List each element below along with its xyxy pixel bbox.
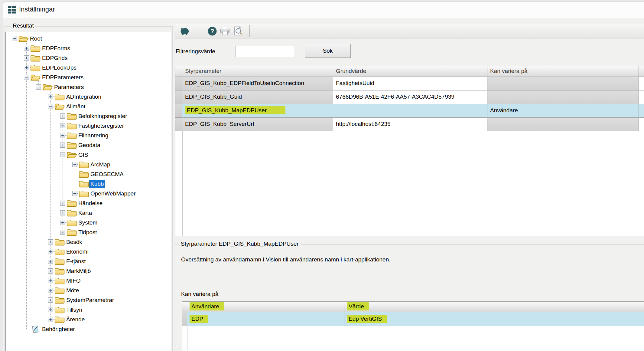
tree-item-befolkningsregister[interactable]: Befolkningsregister	[6, 111, 171, 121]
tree-expander-plus-icon[interactable]	[48, 307, 53, 312]
grid-row-edpfieldtouseinconnection[interactable]: EDP_GIS_Kubb_EDPFieldToUseInConnection F…	[175, 77, 644, 90]
column-header-varde[interactable]: Värde	[344, 302, 644, 312]
tree-item-label[interactable]: EDPGrids	[42, 54, 67, 62]
tree-expander-plus-icon[interactable]	[60, 210, 65, 215]
cell-varde[interactable]: Edp VertiGIS	[344, 312, 644, 326]
tree-item-label[interactable]: EDPParameters	[42, 74, 83, 81]
tree-expander-plus-icon[interactable]	[60, 123, 65, 128]
tree-item-mifo[interactable]: MIFO	[6, 276, 171, 286]
tree-expander-minus-icon[interactable]	[24, 75, 29, 80]
cell-grundvarde[interactable]	[333, 104, 487, 117]
tree-item-label[interactable]: Fastighetsregister	[78, 122, 124, 130]
tree-expander-plus-icon[interactable]	[60, 230, 65, 235]
tree-item-label[interactable]: E-tjänst	[66, 258, 86, 265]
tree-expander-plus-icon[interactable]	[60, 143, 65, 148]
tree-item-parameters[interactable]: Parameters	[6, 82, 171, 92]
settings-tree[interactable]: RootEDPFormsEDPGridsEDPLookUpsEDPParamet…	[5, 32, 171, 351]
tree-item-edplookups[interactable]: EDPLookUps	[6, 63, 171, 73]
tree-item-openwebmapper[interactable]: OpenWebMapper	[6, 189, 171, 198]
tree-item-tidpost[interactable]: Tidpost	[6, 228, 171, 237]
cell-kan-variera-pa[interactable]	[487, 90, 639, 104]
column-header-kan-variera-pa[interactable]: Kan variera på	[487, 66, 639, 77]
save-piggybank-icon[interactable]	[179, 26, 190, 37]
tree-item-behörigheter[interactable]: Behörigheter	[6, 324, 171, 334]
cell-styrparameter[interactable]: EDP_GIS_Kubb_EDPFieldToUseInConnection	[182, 77, 333, 90]
tree-expander-minus-icon[interactable]	[12, 36, 17, 41]
cell-styrparameter[interactable]: EDP_GIS_Kubb_Guid	[182, 90, 333, 104]
tree-item-label[interactable]: MIFO	[66, 277, 81, 285]
tree-expander-minus-icon[interactable]	[48, 104, 53, 109]
cell-styrparameter[interactable]: EDP_GIS_Kubb_MapEDPUser	[182, 104, 333, 117]
grid-row-guid[interactable]: EDP_GIS_Kubb_Guid 6766D96B-A51E-42F6-AA5…	[175, 90, 644, 104]
tree-item-filhantering[interactable]: Filhantering	[6, 131, 171, 140]
tree-item-label[interactable]: Möte	[66, 287, 79, 294]
tree-item-ärende[interactable]: Ärende	[6, 315, 171, 324]
variation-row-edp[interactable]: EDP Edp VertiGIS	[182, 312, 644, 326]
tree-item-label[interactable]: Ekonomi	[66, 248, 89, 256]
tree-item-label[interactable]: ArcMap	[90, 161, 110, 169]
tree-expander-plus-icon[interactable]	[48, 297, 53, 303]
tree-item-label[interactable]: Ärende	[66, 316, 85, 323]
tree-item-root[interactable]: Root	[6, 34, 171, 44]
tree-expander-plus-icon[interactable]	[48, 317, 53, 322]
tree-item-label[interactable]: Händelse	[78, 199, 102, 207]
tree-expander-plus-icon[interactable]	[60, 201, 65, 206]
tree-expander-minus-icon[interactable]	[36, 84, 41, 90]
cell-kan-variera-pa[interactable]	[487, 77, 639, 90]
tree-item-label[interactable]: Behörigheter	[42, 325, 75, 333]
tree-item-label[interactable]: MarkMiljö	[66, 267, 91, 275]
tree-item-geosecma[interactable]: GEOSECMA	[6, 169, 171, 179]
grid-row-serverurl[interactable]: EDP_GIS_Kubb_ServerUrl http://localhost:…	[175, 118, 644, 131]
tree-expander-plus-icon[interactable]	[48, 278, 53, 283]
tree-item-label[interactable]: Allmänt	[66, 103, 85, 110]
cell-grundvarde[interactable]: FastighetsUuid	[333, 77, 487, 90]
row-selector[interactable]	[182, 312, 187, 326]
column-header-anvandare[interactable]: Användare	[187, 302, 344, 312]
tree-expander-plus-icon[interactable]	[48, 288, 53, 293]
tree-item-tillsyn[interactable]: Tillsyn	[6, 305, 171, 315]
tree-expander-plus-icon[interactable]	[72, 191, 77, 196]
tree-item-e-tjänst[interactable]: E-tjänst	[6, 257, 171, 266]
column-header-grundvarde[interactable]: Grundvärde	[333, 66, 487, 77]
tree-item-händelse[interactable]: Händelse	[6, 198, 171, 208]
cell-anvandare[interactable]: EDP	[187, 312, 344, 326]
tree-item-gis[interactable]: GIS	[6, 150, 171, 160]
tree-item-label[interactable]: Tillsyn	[66, 306, 82, 314]
tree-item-karta[interactable]: Karta	[6, 208, 171, 218]
tree-item-edpparameters[interactable]: EDPParameters	[6, 73, 171, 82]
tree-expander-minus-icon[interactable]	[60, 152, 65, 157]
tree-expander-plus-icon[interactable]	[60, 220, 65, 225]
row-selector[interactable]	[175, 90, 182, 104]
cell-kan-variera-pa[interactable]	[487, 118, 639, 131]
tree-item-label[interactable]: Tidpost	[78, 228, 97, 236]
cell-styrparameter[interactable]: EDP_GIS_Kubb_ServerUrl	[182, 118, 333, 131]
tree-expander-plus-icon[interactable]	[24, 55, 29, 61]
tree-item-label[interactable]: Geodata	[78, 141, 100, 149]
tree-item-label[interactable]: SystemParametrar	[66, 296, 114, 304]
tree-item-geodata[interactable]: Geodata	[6, 140, 171, 150]
tree-item-label[interactable]: Filhantering	[78, 132, 108, 139]
tree-expander-plus-icon[interactable]	[48, 239, 53, 244]
tree-item-besök[interactable]: Besök	[6, 237, 171, 247]
tree-item-label[interactable]: Root	[30, 35, 42, 43]
tree-item-möte[interactable]: Möte	[6, 286, 171, 295]
tree-item-label[interactable]: Besök	[66, 238, 82, 246]
tree-expander-plus-icon[interactable]	[48, 94, 53, 99]
tree-item-label[interactable]: Befolkningsregister	[78, 112, 127, 120]
cell-kan-variera-pa[interactable]: Användare	[487, 104, 639, 117]
tree-expander-plus-icon[interactable]	[24, 65, 29, 70]
tree-item-edpforms[interactable]: EDPForms	[6, 44, 171, 53]
tree-item-ekonomi[interactable]: Ekonomi	[6, 247, 171, 257]
tree-item-label[interactable]: GIS	[78, 151, 88, 159]
tree-item-allmänt[interactable]: Allmänt	[6, 102, 171, 111]
cell-grundvarde[interactable]: 6766D96B-A51E-42F6-AA57-A3CAC4D57939	[333, 90, 487, 104]
tree-item-arcmap[interactable]: ArcMap	[6, 160, 171, 169]
tree-item-label[interactable]: GEOSECMA	[90, 170, 124, 178]
tree-item-fastighetsregister[interactable]: Fastighetsregister	[6, 121, 171, 131]
tree-expander-plus-icon[interactable]	[60, 113, 65, 119]
grid-row-mapedpuser-selected[interactable]: EDP_GIS_Kubb_MapEDPUser Användare	[175, 104, 644, 118]
print-icon[interactable]	[220, 26, 231, 37]
tree-item-label[interactable]: Kubb	[89, 180, 105, 188]
tree-item-markmiljö[interactable]: MarkMiljö	[6, 266, 171, 276]
tree-expander-plus-icon[interactable]	[24, 46, 29, 51]
